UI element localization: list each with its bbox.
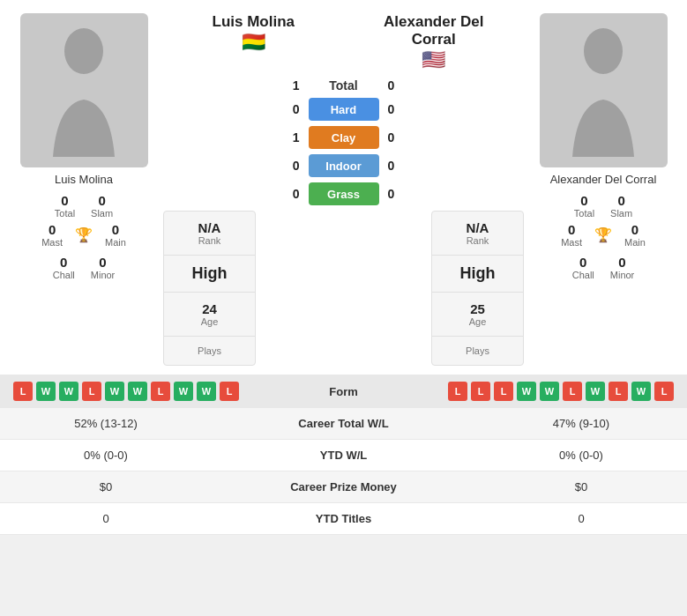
- stats-left-value: 0% (0-0): [18, 449, 194, 462]
- stats-right-value: 0% (0-0): [493, 449, 669, 462]
- grass-badge: Grass: [309, 182, 379, 205]
- total-row: 1 Total 0: [163, 78, 524, 93]
- form-badge-l: L: [13, 382, 33, 401]
- left-rank-row: N/A Rank: [164, 212, 255, 256]
- hard-badge: Hard: [309, 98, 379, 121]
- form-badge-l: L: [609, 382, 628, 401]
- form-badge-l: L: [151, 382, 170, 401]
- right-trophy-row: 0 Mast 🏆 0 Main: [561, 222, 646, 248]
- left-player-name: Luis Molina: [55, 173, 113, 186]
- center-names: Luis Molina 🇧🇴 Alexander Del Corral 🇺🇸: [163, 13, 524, 71]
- right-trophy-icon: 🏆: [594, 226, 612, 243]
- right-stats-row3: 0 Chall 0 Minor: [572, 255, 635, 280]
- right-high-row: High: [432, 256, 523, 293]
- left-stats-row1: 0 Total 0 Slam: [55, 193, 113, 219]
- form-badge-w: W: [36, 382, 56, 401]
- hard-row: 0 Hard 0: [163, 98, 524, 121]
- center-left-player: Luis Molina 🇧🇴: [196, 13, 310, 54]
- left-plays-row: Plays: [164, 337, 255, 365]
- right-form-badges: LLLWWLWLWL: [448, 382, 674, 401]
- svg-point-0: [64, 28, 103, 74]
- indoor-badge: Indoor: [309, 154, 379, 177]
- left-age-row: 24 Age: [164, 293, 255, 337]
- right-player-col: Alexander Del Corral 0 Total 0 Slam 0 Ma…: [528, 13, 678, 280]
- stats-table: 52% (13-12) Career Total W/L 47% (9-10) …: [0, 408, 687, 535]
- stats-left-value: $0: [18, 480, 194, 494]
- left-trophy-row: 0 Mast 🏆 0 Main: [41, 222, 126, 248]
- form-badge-w: W: [540, 382, 559, 401]
- form-badge-w: W: [631, 382, 651, 401]
- left-player-col: Luis Molina 0 Total 0 Slam 0 Mast 🏆: [9, 13, 159, 280]
- form-section: LWWLWWLWWL Form LLLWWLWLWL: [0, 375, 687, 408]
- form-badge-l: L: [471, 382, 490, 401]
- form-label: Form: [329, 385, 358, 398]
- clay-row: 1 Clay 0: [163, 126, 524, 149]
- stats-right-value: 0: [493, 512, 669, 525]
- svg-point-1: [584, 28, 623, 74]
- stats-row-label: Career Prize Money: [194, 480, 493, 494]
- right-player-photo: [540, 13, 668, 167]
- left-stat-mast: 0 Mast: [41, 222, 63, 248]
- right-stat-minor: 0 Minor: [610, 255, 635, 280]
- form-badge-w: W: [517, 382, 536, 401]
- top-section: Luis Molina 0 Total 0 Slam 0 Mast 🏆: [0, 0, 687, 375]
- left-detail-box: N/A Rank High 24 Age Plays: [163, 211, 256, 366]
- surface-section: 1 Total 0 0 Hard 0 1 Clay 0: [163, 78, 524, 205]
- form-badge-l: L: [82, 382, 101, 401]
- form-badge-l: L: [563, 382, 582, 401]
- right-stat-mast: 0 Mast: [561, 222, 582, 248]
- detail-boxes-row: N/A Rank High 24 Age Plays: [163, 211, 524, 366]
- left-player-photo: [20, 13, 148, 167]
- stats-row: 0% (0-0) YTD W/L 0% (0-0): [0, 440, 687, 471]
- left-stats-row3: 0 Chall 0 Minor: [53, 255, 116, 280]
- form-badge-w: W: [197, 382, 216, 401]
- right-stat-main: 0 Main: [624, 222, 646, 248]
- stats-row: 52% (13-12) Career Total W/L 47% (9-10): [0, 408, 687, 440]
- stats-row-label: YTD W/L: [194, 449, 493, 462]
- center-right-player: Alexander Del Corral 🇺🇸: [377, 13, 491, 71]
- right-stats-row1: 0 Total 0 Slam: [574, 193, 632, 219]
- form-badge-w: W: [174, 382, 193, 401]
- right-rank-row: N/A Rank: [432, 212, 523, 256]
- right-stat-chall: 0 Chall: [572, 255, 594, 280]
- right-player-name: Alexander Del Corral: [550, 173, 657, 186]
- center-col: Luis Molina 🇧🇴 Alexander Del Corral 🇺🇸 1…: [163, 13, 524, 366]
- right-plays-row: Plays: [432, 337, 523, 365]
- total-label: Total: [309, 78, 379, 93]
- main-container: Luis Molina 0 Total 0 Slam 0 Mast 🏆: [0, 0, 687, 535]
- left-stat-minor: 0 Minor: [91, 255, 116, 280]
- clay-badge: Clay: [309, 126, 379, 149]
- left-stat-chall: 0 Chall: [53, 255, 75, 280]
- form-badge-l: L: [494, 382, 513, 401]
- right-age-row: 25 Age: [432, 293, 523, 337]
- right-stat-slam: 0 Slam: [610, 193, 632, 219]
- stats-row: 0 YTD Titles 0: [0, 503, 687, 535]
- form-badge-l: L: [220, 382, 239, 401]
- left-high-row: High: [164, 256, 255, 293]
- form-badge-w: W: [59, 382, 78, 401]
- stats-left-value: 52% (13-12): [18, 417, 194, 430]
- form-badge-w: W: [586, 382, 605, 401]
- stats-left-value: 0: [18, 512, 194, 525]
- left-stat-slam: 0 Slam: [91, 193, 113, 219]
- left-form-badges: LWWLWWLWWL: [13, 382, 239, 401]
- indoor-row: 0 Indoor 0: [163, 154, 524, 177]
- form-badge-l: L: [654, 382, 674, 401]
- left-flag: 🇧🇴: [242, 31, 265, 54]
- stats-row: $0 Career Prize Money $0: [0, 471, 687, 503]
- stats-right-value: $0: [493, 480, 669, 494]
- right-stat-total: 0 Total: [574, 193, 594, 219]
- left-stat-main: 0 Main: [105, 222, 126, 248]
- left-trophy-icon: 🏆: [75, 226, 93, 243]
- form-badge-w: W: [128, 382, 147, 401]
- right-flag: 🇺🇸: [422, 48, 445, 71]
- stats-row-label: YTD Titles: [194, 512, 493, 525]
- form-badge-l: L: [448, 382, 467, 401]
- form-badge-w: W: [105, 382, 124, 401]
- grass-row: 0 Grass 0: [163, 182, 524, 205]
- stats-row-label: Career Total W/L: [194, 417, 493, 430]
- stats-right-value: 47% (9-10): [493, 417, 669, 430]
- left-stat-total: 0 Total: [55, 193, 75, 219]
- right-detail-box: N/A Rank High 25 Age Plays: [431, 211, 524, 366]
